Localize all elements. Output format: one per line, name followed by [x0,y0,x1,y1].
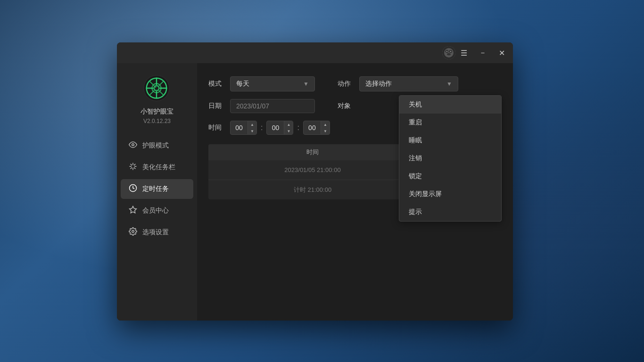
hour-input-group: 00 ▲ ▼ [230,121,257,135]
second-value: 00 [304,121,321,134]
sidebar-label-eye-care: 护眼模式 [142,141,169,150]
sidebar-label-taskbar: 美化任务栏 [142,163,175,172]
second-spinners: ▲ ▼ [321,121,330,134]
mode-select[interactable]: 每天 ▼ [230,76,315,91]
gear-icon [128,227,138,238]
second-up-button[interactable]: ▲ [321,121,330,128]
svg-line-29 [131,167,132,169]
mode-chevron-icon: ▼ [303,81,309,87]
svg-point-20 [155,87,157,88]
sidebar-label-timer: 定时任务 [142,185,169,193]
action-dropdown: 关机 重启 睡眠 注销 锁定 关闭显示屏 提示 [399,95,502,222]
svg-point-21 [132,144,134,146]
minute-value: 00 [267,121,284,134]
sidebar-item-vip[interactable]: 会员中心 [121,201,193,221]
title-bar-controls: ☰ － ✕ [458,47,507,58]
dropdown-item-display-off[interactable]: 关闭显示屏 [399,185,501,203]
second-down-button[interactable]: ▼ [321,128,330,134]
time-label: 时间 [208,123,223,132]
hour-down-button[interactable]: ▼ [248,128,256,134]
action-select[interactable]: 选择动作 ▼ [359,76,458,91]
clock-icon [128,184,138,194]
svg-point-6 [447,53,451,56]
sidebar-nav: 护眼模式 [117,136,197,242]
svg-line-27 [134,167,135,169]
hour-spinners: ▲ ▼ [248,121,256,134]
second-input-group: 00 ▲ ▼ [303,121,330,135]
mode-label: 模式 [208,80,223,88]
dropdown-item-shutdown[interactable]: 关机 [399,96,501,114]
hour-value: 00 [231,121,248,134]
time-sep-2: : [295,123,301,132]
row1-time: 2023/01/05 21:00:00 [216,166,409,173]
action-value: 选择动作 [365,80,392,88]
svg-point-31 [132,230,134,233]
dropdown-item-restart[interactable]: 重启 [399,114,501,132]
app-name: 小智护眼宝 [140,107,173,116]
action-label: 动作 [338,80,352,88]
dropdown-item-sleep[interactable]: 睡眠 [399,132,501,149]
mode-action-row: 模式 每天 ▼ 动作 选择动作 ▼ [208,76,502,91]
svg-line-26 [131,164,132,165]
app-body: 小智护眼宝 V2.0.12.23 护眼模式 [117,63,513,321]
time-inputs: 00 ▲ ▼ : 00 ▲ ▼ [230,121,330,135]
main-content: 模式 每天 ▼ 动作 选择动作 ▼ 日期 2023/01/07 对象 [197,63,513,321]
svg-point-1 [444,48,454,58]
date-value: 2023/01/07 [236,102,269,110]
minute-up-button[interactable]: ▲ [284,121,293,128]
dropdown-item-notify[interactable]: 提示 [399,203,501,221]
date-label: 日期 [208,102,223,110]
mode-value: 每天 [236,80,249,88]
dropdown-item-lock[interactable]: 锁定 [399,167,501,185]
svg-line-28 [134,164,135,165]
action-chevron-icon: ▼ [446,81,452,87]
time-sep-1: : [259,123,264,132]
sidebar-item-timer[interactable]: 定时任务 [121,179,193,199]
minute-spinners: ▲ ▼ [284,121,293,134]
sidebar-item-taskbar[interactable]: 美化任务栏 [121,157,193,177]
header-time: 时间 [216,148,409,156]
svg-point-4 [446,51,448,52]
minimize-button[interactable]: － [477,47,488,58]
svg-point-5 [450,51,452,52]
date-input[interactable]: 2023/01/07 [230,99,315,113]
app-version: V2.0.12.23 [143,118,171,124]
row2-time: 计时 21:00:00 [216,186,409,194]
diamond-icon [128,206,138,216]
sparkle-icon [128,162,138,173]
app-window: ☰ － ✕ [117,42,513,321]
app-logo [143,74,171,103]
sidebar-label-settings: 选项设置 [142,228,169,237]
sidebar-item-settings[interactable]: 选项设置 [121,222,193,242]
close-button[interactable]: ✕ [496,47,507,58]
menu-button[interactable]: ☰ [458,47,470,58]
dropdown-item-logout[interactable]: 注销 [399,149,501,167]
sidebar-label-vip: 会员中心 [142,206,169,215]
minute-input-group: 00 ▲ ▼ [266,121,293,135]
app-avatar [442,46,455,59]
eye-icon [128,140,138,151]
object-label: 对象 [338,102,352,110]
sidebar: 小智护眼宝 V2.0.12.23 护眼模式 [117,63,197,321]
sidebar-item-eye-care[interactable]: 护眼模式 [121,136,193,156]
minute-down-button[interactable]: ▼ [284,128,293,134]
title-bar: ☰ － ✕ [117,42,513,63]
hour-up-button[interactable]: ▲ [248,121,256,128]
